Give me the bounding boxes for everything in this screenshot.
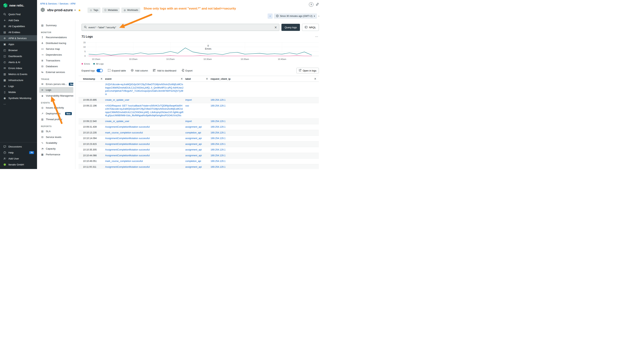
column-header-request-client-ip[interactable]: request_client_ip× (210, 77, 319, 81)
log-row[interactable]: 10:10:35.305AssignmentCompletionMutation… (78, 147, 319, 153)
label-link[interactable]: sso (185, 104, 189, 107)
label-link[interactable]: import (185, 120, 192, 123)
sidebar-footer-discussions[interactable]: Discussions (0, 144, 37, 150)
request-client-ip-link[interactable]: 169.254.129.1 (210, 166, 226, 168)
open-in-logs-button[interactable]: Open in logs (296, 68, 319, 73)
entity-nav-item-distributed-tracing[interactable]: ⋔Distributed tracing (39, 40, 73, 46)
sidebar-item-more[interactable]: ⋯ (0, 101, 37, 107)
remove-column-icon[interactable]: × (206, 77, 210, 81)
sidebar-item-synthetic-monitoring[interactable]: ◉Synthetic Monitoring (0, 95, 37, 101)
entity-nav-item-logs[interactable]: ≡Logs (39, 87, 73, 93)
sidebar-item-mobile[interactable]: ▯Mobile (0, 89, 37, 95)
permalink-icon[interactable] (316, 3, 319, 7)
time-back-button[interactable]: ‹ (268, 14, 273, 19)
nrql-button[interactable]: NRQL (302, 24, 319, 31)
expand-logs-toggle[interactable]: Expand logs (82, 69, 103, 72)
label-link[interactable]: assignment_api (185, 148, 202, 151)
sidebar-item-add-data[interactable]: +Add Data (0, 17, 37, 23)
remove-column-icon[interactable]: × (314, 77, 319, 81)
log-row[interactable]: 10:09:22.196<ASGIRequest: GET '/sso/call… (78, 103, 319, 119)
entity-nav-item-thread-profiler[interactable]: ▥Thread profiler (39, 116, 73, 122)
sidebar-item-errors-inbox[interactable]: ✉Errors Inbox (0, 65, 37, 71)
entity-nav-item-errors-errors-inb[interactable]: ✉Errors (errors inb...New (39, 81, 73, 87)
sidebar-item-all-entities[interactable]: ▤All Entities (0, 29, 37, 35)
help-icon[interactable]: ? (309, 2, 314, 7)
sidebar-item-dashboards[interactable]: ◫Dashboards (0, 53, 37, 59)
log-row[interactable]: 10:11:00.311AssignmentCompletionMutation… (78, 164, 319, 169)
entity-nav-item-databases[interactable]: ⊟Databases (39, 64, 73, 69)
label-link[interactable]: import (185, 99, 192, 101)
sidebar-item-alerts-ai[interactable]: ◴Alerts & AI (0, 59, 37, 65)
legend-item-all-logs[interactable]: All Logs (93, 63, 104, 65)
event-link[interactable]: mark_course_completion successful (105, 160, 143, 162)
request-client-ip-link[interactable]: 169.254.129.1 (210, 131, 226, 134)
column-header-event[interactable]: event× (105, 77, 185, 81)
sidebar-item-infrastructure[interactable]: ▦Infrastructure (0, 77, 37, 83)
event-link[interactable]: mark_course_completion successful (105, 131, 143, 134)
request-client-ip-link[interactable]: 169.254.129.1 (210, 154, 226, 157)
entity-nav-item-sla[interactable]: ▤SLA (39, 128, 73, 134)
log-row[interactable]: 10:09:20.895create_or_update_userimport1… (78, 97, 319, 103)
log-row[interactable]: 10:09:31.439AssignmentCompletionMutation… (78, 124, 319, 130)
column-header-label[interactable]: label× (185, 77, 210, 81)
query-logs-button[interactable]: Query logs (282, 24, 300, 31)
tags-chip[interactable]: ◇Tags (88, 8, 100, 13)
sidebar-item-logs[interactable]: ≡Logs (0, 83, 37, 89)
request-client-ip-link[interactable]: 169.254.129.1 (210, 160, 226, 162)
metadata-chip[interactable]: ⓘMetadata (102, 8, 120, 13)
event-link[interactable]: <ASGIRequest: GET '/sso/callback/?state=… (105, 104, 184, 117)
request-client-ip-link[interactable]: 169.254.129.1 (210, 143, 226, 145)
expand-table-button[interactable]: Expand table (108, 69, 126, 72)
log-row[interactable]: 10:10:13.235mark_course_completion succe… (78, 130, 319, 136)
add-column-button[interactable]: Add column (131, 69, 148, 72)
log-row[interactable]: JUQVU&code=eyJraWQiOiJjcGltY29yZV8wOTl1M… (78, 82, 319, 97)
legend-item-errors[interactable]: Errors (82, 63, 90, 65)
entity-nav-item-capacity[interactable]: ◔Capacity (39, 146, 73, 152)
label-link[interactable]: assignment_api (185, 137, 202, 140)
sidebar-footer-add-user[interactable]: Add User (0, 156, 37, 162)
entity-nav-item-service-levels[interactable]: ⊟Service levels (39, 134, 73, 140)
label-link[interactable]: assignment_api (185, 154, 202, 157)
event-link[interactable]: AssignmentCompletionMutation successful (105, 137, 150, 140)
entity-nav-item-dependencies[interactable]: ⊸Dependencies (39, 52, 73, 58)
entity-nav-item-service-map[interactable]: ⊶Service map (39, 46, 73, 52)
entity-nav-item-recommendations[interactable]: ↥Recommendations (39, 35, 73, 40)
time-range-button[interactable]: Since 30 minutes ago (GMT+2) ▾ (274, 14, 317, 19)
label-link[interactable]: completion_api (185, 160, 201, 162)
sidebar-item-metrics-events[interactable]: ▥Metrics & Events (0, 71, 37, 77)
event-link[interactable]: create_or_update_user (105, 120, 129, 123)
request-client-ip-link[interactable]: 169.254.129.1 (210, 126, 226, 128)
event-link[interactable]: AssignmentCompletionMutation successful (105, 143, 150, 145)
request-client-ip-link[interactable]: 169.254.129.1 (210, 148, 226, 151)
log-row[interactable]: 10:10:49.051mark_course_completion succe… (78, 159, 319, 164)
request-client-ip-link[interactable]: 169.254.129.1 (210, 104, 226, 107)
toggle-on-icon[interactable] (96, 69, 103, 72)
entity-nav-item-scalability[interactable]: ∿Scalability (39, 140, 73, 146)
label-link[interactable]: assignment_api (185, 143, 202, 145)
sidebar-footer-help[interactable]: ?Help70 (0, 150, 37, 156)
export-button[interactable]: Export (182, 69, 192, 72)
logs-search-input[interactable]: event:* -"label":"security" × (82, 24, 279, 31)
request-client-ip-link[interactable]: 169.254.129.1 (210, 137, 226, 140)
sidebar-item-apps[interactable]: ▣Apps (0, 41, 37, 47)
sidebar-item-quick-find[interactable]: Quick Find (0, 11, 37, 17)
label-link[interactable]: completion_api (185, 131, 201, 134)
request-client-ip-link[interactable]: 169.254.129.1 (210, 120, 226, 123)
column-header-timestamp[interactable]: timestamp× (83, 77, 105, 81)
time-forward-button[interactable]: › (318, 15, 320, 18)
more-menu-icon[interactable]: ⋯ (315, 35, 319, 38)
entity-nav-item-deployments[interactable]: ↗DeploymentsNew (39, 111, 73, 116)
workloads-chip[interactable]: ◎Workloads (121, 8, 140, 13)
log-row[interactable]: 10:09:22.540create_or_update_userimport1… (78, 119, 319, 124)
event-link[interactable]: AssignmentCompletionMutation successful (105, 148, 150, 151)
entity-nav-item-vulnerability-management[interactable]: ◈Vulnerability Management (39, 93, 73, 99)
breadcrumb-link-services[interactable]: Services - APM (60, 3, 75, 5)
add-to-dashboard-button[interactable]: Add to dashboard (153, 69, 176, 72)
breadcrumb-link-apm[interactable]: APM & Services (40, 3, 57, 5)
remove-column-icon[interactable]: × (180, 77, 185, 81)
log-row[interactable]: 10:10:23.815AssignmentCompletionMutation… (78, 142, 319, 147)
sidebar-item-apm-services[interactable]: ⊕APM & Services (0, 35, 37, 41)
event-link[interactable]: JUQVU&code=eyJraWQiOiJjcGltY29yZV8wOTl1M… (105, 83, 184, 96)
label-link[interactable]: assignment_api (185, 126, 202, 128)
sidebar-item-all-capabilities[interactable]: ⊞All Capabilities (0, 23, 37, 29)
